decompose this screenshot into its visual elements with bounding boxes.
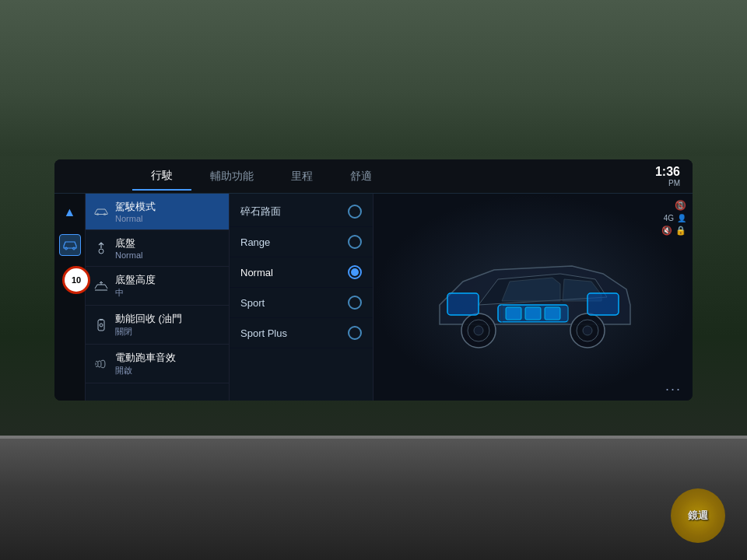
option-sport-plus[interactable]: Sport Plus bbox=[230, 318, 373, 348]
menu-item-drive-mode[interactable]: 駕駛模式 Normal bbox=[86, 194, 229, 230]
range-label: Range bbox=[240, 236, 270, 248]
time-ampm: PM bbox=[655, 179, 680, 188]
sound-subtitle: 開啟 bbox=[115, 365, 176, 376]
status-row-signal: 📵 bbox=[675, 200, 686, 211]
ride-height-icon bbox=[93, 278, 109, 294]
tab-bar: 行駛 輔助功能 里程 舒適 1:36 PM bbox=[54, 159, 693, 194]
ride-height-subtitle: 中 bbox=[115, 287, 156, 299]
options-panel: 碎石路面 Range Normal Sport Sport Plus bbox=[230, 194, 374, 401]
car-visualization: 📵 4G 👤 🔇 🔒 bbox=[374, 194, 693, 401]
regen-subtitle: 關閉 bbox=[115, 326, 182, 338]
more-options-button[interactable]: ... bbox=[665, 378, 682, 394]
tab-assist[interactable]: 輔助功能 bbox=[191, 163, 272, 190]
range-radio[interactable] bbox=[348, 235, 362, 249]
sound-title: 電動跑車音效 bbox=[115, 351, 176, 365]
main-content: ▲ bbox=[54, 194, 693, 401]
option-normal[interactable]: Normal bbox=[230, 257, 373, 288]
main-screen: 行駛 輔助功能 里程 舒適 1:36 PM ▲ bbox=[54, 159, 693, 401]
car-nav-icon[interactable] bbox=[59, 234, 81, 256]
menu-item-ride-height[interactable]: 底盤高度 中 bbox=[86, 267, 229, 306]
time-value: 1:36 bbox=[655, 164, 680, 179]
car-svg bbox=[416, 223, 650, 371]
drive-mode-subtitle: Normal bbox=[115, 214, 156, 223]
normal-label: Normal bbox=[240, 267, 273, 278]
tab-comfort[interactable]: 舒適 bbox=[331, 163, 391, 190]
tab-mileage[interactable]: 里程 bbox=[272, 163, 331, 190]
lock-icon: 🔒 bbox=[675, 226, 686, 236]
status-row-audio: 🔇 🔒 bbox=[661, 226, 686, 236]
regen-icon bbox=[93, 317, 109, 333]
menu-list: 駕駛模式 Normal 底盤 Normal bbox=[86, 194, 230, 401]
drive-mode-icon bbox=[93, 204, 109, 219]
option-range[interactable]: Range bbox=[230, 227, 373, 257]
status-row-connectivity: 4G 👤 bbox=[664, 214, 686, 222]
menu-item-sound[interactable]: 電動跑車音效 開啟 bbox=[86, 345, 229, 383]
svg-rect-17 bbox=[587, 293, 619, 315]
svg-point-9 bbox=[474, 326, 483, 335]
normal-radio[interactable] bbox=[348, 265, 362, 279]
sport-label: Sport bbox=[240, 297, 265, 309]
mute-icon: 🔇 bbox=[661, 226, 672, 236]
chassis-text: 底盤 Normal bbox=[115, 236, 142, 260]
svg-point-12 bbox=[583, 326, 592, 335]
ride-height-text: 底盤高度 中 bbox=[115, 273, 156, 299]
menu-item-regen[interactable]: 動能回收 (油門 關閉 bbox=[86, 306, 229, 345]
sport-plus-label: Sport Plus bbox=[240, 327, 287, 339]
outer-frame: 10 行駛 輔助功能 里程 舒適 1:36 PM ▲ bbox=[0, 0, 747, 560]
drive-mode-text: 駕駛模式 Normal bbox=[115, 200, 156, 223]
svg-rect-15 bbox=[525, 307, 541, 320]
svg-point-6 bbox=[100, 324, 103, 327]
time-display: 1:36 PM bbox=[655, 164, 680, 188]
gravel-radio[interactable] bbox=[348, 205, 362, 219]
sound-icon bbox=[93, 356, 109, 372]
drive-mode-title: 駕駛模式 bbox=[115, 200, 156, 214]
sound-text: 電動跑車音效 開啟 bbox=[115, 351, 176, 376]
menu-item-chassis[interactable]: 底盤 Normal bbox=[86, 230, 229, 267]
regen-title: 動能回收 (油門 bbox=[115, 312, 182, 326]
sport-plus-radio[interactable] bbox=[348, 326, 362, 340]
svg-rect-5 bbox=[98, 320, 104, 331]
home-icon[interactable]: ▲ bbox=[59, 201, 81, 223]
watermark: 鏡週 bbox=[671, 488, 725, 543]
option-gravel[interactable]: 碎石路面 bbox=[230, 197, 373, 227]
gravel-label: 碎石路面 bbox=[240, 205, 281, 219]
status-icons: 📵 4G 👤 🔇 🔒 bbox=[661, 200, 686, 236]
chassis-icon bbox=[93, 240, 109, 256]
regen-text: 動能回收 (油門 關閉 bbox=[115, 312, 182, 338]
person-icon: 👤 bbox=[677, 214, 686, 222]
phone-icon: 📵 bbox=[675, 200, 686, 211]
sidebar-icons: ▲ bbox=[54, 194, 86, 401]
speed-limit-badge: 10 bbox=[62, 266, 90, 294]
ride-height-title: 底盤高度 bbox=[115, 273, 156, 287]
svg-rect-14 bbox=[506, 307, 521, 320]
svg-rect-18 bbox=[447, 293, 479, 315]
signal-label: 4G bbox=[664, 214, 674, 222]
option-sport[interactable]: Sport bbox=[230, 288, 373, 318]
chassis-title: 底盤 bbox=[115, 236, 142, 250]
tab-driving[interactable]: 行駛 bbox=[132, 163, 191, 191]
chassis-subtitle: Normal bbox=[115, 250, 142, 260]
svg-point-4 bbox=[99, 249, 103, 254]
sport-radio[interactable] bbox=[348, 296, 362, 310]
svg-rect-16 bbox=[545, 307, 560, 320]
